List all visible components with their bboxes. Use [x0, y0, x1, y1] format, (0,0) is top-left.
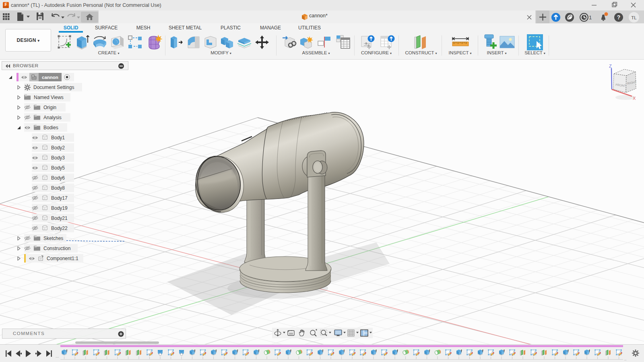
svg-text:...: ...: [56, 354, 59, 358]
svg-text:TL: TL: [631, 15, 637, 20]
svg-text:1: 1: [589, 14, 592, 21]
svg-text:X: X: [633, 96, 636, 101]
svg-text:F: F: [4, 2, 7, 7]
svg-text:?: ?: [617, 14, 621, 21]
svg-text:Z: Z: [609, 64, 612, 68]
svg-text:..: ..: [624, 357, 627, 361]
